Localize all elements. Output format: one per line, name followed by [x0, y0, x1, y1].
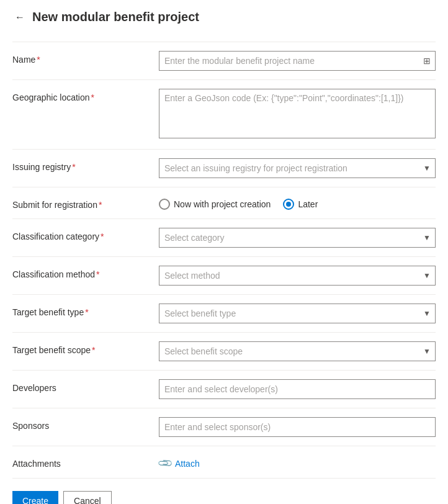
submit-radio-group: Now with project creation Later: [159, 196, 436, 210]
name-input-wrapper: ⊞: [159, 51, 436, 71]
classification-category-field: Select category ▼: [159, 228, 436, 248]
classification-category-label: Classification category*: [12, 228, 149, 241]
name-field: ⊞: [159, 51, 436, 71]
name-row: Name* ⊞: [12, 42, 436, 80]
developers-field: [159, 379, 436, 399]
name-input[interactable]: [159, 51, 436, 71]
page-container: ← New modular benefit project Name* ⊞ Ge…: [0, 0, 448, 504]
issuing-registry-row: Issuing registry* Select an issuing regi…: [12, 150, 436, 187]
attach-button[interactable]: 📎 Attach: [159, 455, 436, 469]
developers-row: Developers: [12, 371, 436, 408]
cancel-button[interactable]: Cancel: [63, 491, 112, 504]
submit-later-radio[interactable]: [283, 199, 294, 210]
category-required: *: [101, 232, 104, 241]
create-button[interactable]: Create: [12, 491, 58, 504]
geographic-location-row: Geographic location*: [12, 80, 436, 150]
sponsors-label: Sponsors: [12, 417, 149, 431]
classification-category-select-wrapper: Select category ▼: [159, 228, 436, 248]
page-title: New modular benefit project: [32, 10, 199, 24]
target-benefit-type-select[interactable]: Select benefit type: [159, 304, 436, 323]
submit-now-radio[interactable]: [159, 199, 170, 210]
classification-method-label: Classification method*: [12, 266, 149, 279]
submit-later-option[interactable]: Later: [283, 199, 318, 210]
form-section: Name* ⊞ Geographic location* Issuing reg…: [12, 42, 436, 479]
classification-method-select-wrapper: Select method ▼: [159, 266, 436, 286]
classification-method-row: Classification method* Select method ▼: [12, 257, 436, 295]
back-icon: ←: [15, 12, 25, 23]
issuing-registry-label: Issuing registry*: [12, 158, 149, 172]
issuing-registry-field: Select an issuing registry for project r…: [159, 158, 436, 178]
name-required: *: [37, 55, 40, 65]
target-benefit-scope-select-wrapper: Select benefit scope ▼: [159, 341, 436, 361]
target-benefit-type-row: Target benefit type* Select benefit type…: [12, 295, 436, 333]
submit-registration-field: Now with project creation Later: [159, 196, 436, 210]
geo-required: *: [91, 92, 94, 102]
submit-required: *: [99, 200, 102, 210]
back-button[interactable]: ←: [12, 11, 27, 24]
target-benefit-type-field: Select benefit type ▼: [159, 304, 436, 323]
classification-method-field: Select method ▼: [159, 266, 436, 286]
target-benefit-scope-field: Select benefit scope ▼: [159, 341, 436, 361]
target-benefit-scope-row: Target benefit scope* Select benefit sco…: [12, 333, 436, 371]
classification-category-select[interactable]: Select category: [159, 228, 436, 248]
submit-now-label: Now with project creation: [174, 199, 271, 209]
issuing-required: *: [72, 162, 75, 172]
benefit-scope-required: *: [92, 345, 95, 355]
developers-input[interactable]: [159, 379, 436, 399]
issuing-registry-select-wrapper: Select an issuing registry for project r…: [159, 158, 436, 178]
submit-registration-row: Submit for registration* Now with projec…: [12, 187, 436, 219]
geographic-location-input[interactable]: [159, 89, 436, 138]
method-required: *: [96, 269, 99, 279]
sponsors-row: Sponsors: [12, 408, 436, 446]
submit-registration-label: Submit for registration*: [12, 196, 149, 210]
target-benefit-type-select-wrapper: Select benefit type ▼: [159, 304, 436, 323]
target-benefit-scope-label: Target benefit scope*: [12, 341, 149, 355]
expand-icon: ⊞: [423, 56, 431, 66]
submit-now-option[interactable]: Now with project creation: [159, 199, 271, 210]
sponsors-field: [159, 417, 436, 437]
target-benefit-type-label: Target benefit type*: [12, 304, 149, 317]
developers-label: Developers: [12, 379, 149, 393]
attachments-label: Attachments: [12, 455, 149, 469]
classification-method-select[interactable]: Select method: [159, 266, 436, 286]
submit-later-label: Later: [298, 199, 318, 209]
attachments-field: 📎 Attach: [159, 455, 436, 469]
classification-category-row: Classification category* Select category…: [12, 219, 436, 257]
target-benefit-scope-select[interactable]: Select benefit scope: [159, 341, 436, 361]
geographic-location-label: Geographic location*: [12, 89, 149, 102]
name-label: Name*: [12, 51, 149, 65]
page-header: ← New modular benefit project: [12, 10, 436, 27]
benefit-type-required: *: [85, 307, 88, 317]
paperclip-icon: 📎: [156, 455, 174, 472]
sponsors-input[interactable]: [159, 417, 436, 437]
attach-label: Attach: [175, 459, 200, 469]
issuing-registry-select[interactable]: Select an issuing registry for project r…: [159, 158, 436, 178]
form-actions: Create Cancel: [12, 479, 436, 504]
attachments-row: Attachments 📎 Attach: [12, 446, 436, 479]
geographic-location-field: [159, 89, 436, 140]
